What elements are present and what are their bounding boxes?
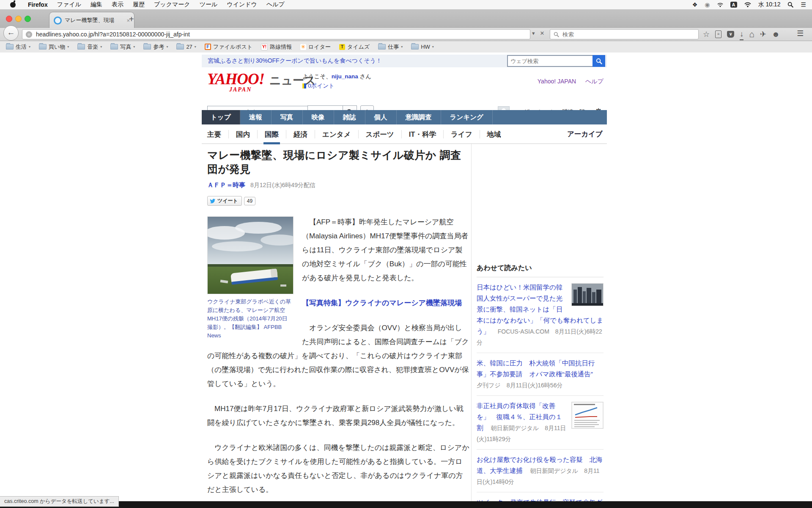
subnav-main[interactable]: 主要 <box>202 130 229 138</box>
yahoo-japan-link[interactable]: Yahoo! JAPAN <box>538 78 576 85</box>
stop-button[interactable]: ✕ <box>540 30 545 36</box>
bookmark-folder[interactable]: 買い物▾ <box>39 43 69 51</box>
input-method-icon[interactable]: A <box>730 2 737 8</box>
menu-firefox[interactable]: Firefox <box>23 1 52 8</box>
menu-hamburger-icon[interactable]: ☰ <box>797 29 804 38</box>
bookmarks-bar: 生活▾ 買い物▾ 音楽▾ 写真▾ 参考▾ 27▾ Fファイルポスト Y!路線情報… <box>0 41 812 53</box>
article-photo-box[interactable]: ウクライナ東部グラボベ近くの草原に横たわる、マレーシア航空MH17便の残骸（20… <box>207 216 293 340</box>
subnav-entertainment[interactable]: エンタメ <box>315 130 359 138</box>
close-window-button[interactable] <box>6 16 12 22</box>
pocket-icon[interactable]: ∨ <box>727 31 734 38</box>
tab-magazine[interactable]: 雑誌 <box>334 110 365 124</box>
bookmark-folder[interactable]: HW▾ <box>411 44 434 50</box>
related-item: 米、韓国に圧力 朴大統領「中国抗日行事」不参加要請 オバマ政権“最後通告” 夕刊… <box>477 353 604 396</box>
home-icon[interactable]: ⌂ <box>749 29 754 40</box>
url-bar[interactable] <box>22 29 530 39</box>
tab-top[interactable]: トップ <box>202 110 240 124</box>
dock-edge <box>0 501 812 508</box>
downloads-icon[interactable]: ↓ <box>740 28 743 40</box>
help-link[interactable]: ヘルプ <box>585 78 604 85</box>
yahoo-logo[interactable]: YAHOO! JAPAN <box>207 72 271 93</box>
menu-history[interactable]: 履歴 <box>128 1 149 8</box>
spotlight-icon[interactable] <box>787 2 793 8</box>
bookmark-folder[interactable]: 音楽▾ <box>77 43 102 51</box>
menubar-clock[interactable]: 水 10:12 <box>758 1 781 8</box>
browser-tab[interactable]: マレー機撃墜、現場にロシ... × <box>49 12 134 28</box>
bookmark-times[interactable]: Tタイムズ <box>339 43 370 51</box>
points-icon <box>302 83 306 88</box>
hello-icon[interactable]: ☻ <box>772 29 780 40</box>
subnav-sports[interactable]: スポーツ <box>359 130 402 138</box>
search-input[interactable] <box>562 31 698 38</box>
article-byline: ＡＦＰ＝時事 8月12日(水)6時49分配信 <box>207 181 469 189</box>
menu-file[interactable]: ファイル <box>52 1 86 8</box>
subnav-economy[interactable]: 経済 <box>286 130 315 138</box>
sidebar: あわせて読みたい 日本はひどい！米国留学の韓国人女性がスーパーで見た光景に衝撃、… <box>477 148 604 508</box>
related-thumbnail-city[interactable] <box>571 283 604 306</box>
wifi-icon[interactable] <box>744 2 751 7</box>
points-link[interactable]: 0ポイント <box>308 83 335 89</box>
column-divider <box>471 144 472 508</box>
tab-favicon <box>54 17 62 25</box>
dropbox-icon[interactable]: ❖ <box>692 1 698 8</box>
username-link[interactable]: niju_nana <box>332 73 358 80</box>
tab-personal[interactable]: 個人 <box>365 110 397 124</box>
urlbar-dropdown-icon[interactable]: ▾ <box>532 30 535 36</box>
subnav-life[interactable]: ライフ <box>444 130 480 138</box>
creative-cloud-icon[interactable]: ◉ <box>705 1 710 8</box>
subnav-it[interactable]: IT・科学 <box>402 130 444 138</box>
share-icon[interactable]: ✈ <box>760 29 766 40</box>
share-row: ツイート 49 <box>207 196 469 206</box>
subnav-international[interactable]: 国際 <box>258 130 286 138</box>
notification-center-icon[interactable]: ☰ <box>801 1 806 8</box>
bookmark-folder[interactable]: 仕事▾ <box>378 43 403 51</box>
menu-window[interactable]: ウインドウ <box>222 1 262 8</box>
related-link[interactable]: 米、韓国に圧力 朴大統領「中国抗日行事」不参加要請 オバマ政権“最後通告” <box>477 359 595 378</box>
menu-help[interactable]: ヘルプ <box>262 1 289 8</box>
reading-list-icon[interactable]: ≡ <box>715 30 721 38</box>
related-heading: あわせて読みたい <box>477 262 604 277</box>
apple-menu-icon[interactable] <box>10 2 16 8</box>
tab-sokuho[interactable]: 速報 <box>240 110 272 124</box>
news-nav-tabs: トップ 速報 写真 映像 雑誌 個人 意識調査 ランキング <box>202 110 607 124</box>
tweet-button[interactable]: ツイート <box>207 196 242 206</box>
bookmark-transit[interactable]: Y!路線情報 <box>261 43 292 51</box>
archive-link[interactable]: アーカイブ <box>567 130 603 139</box>
bookmark-folder[interactable]: 生活▾ <box>6 43 30 51</box>
bookmark-folder[interactable]: 写真▾ <box>110 43 135 51</box>
subnav-domestic[interactable]: 国内 <box>229 130 258 138</box>
menu-view[interactable]: 表示 <box>107 1 128 8</box>
related-item: お化け屋敷でお化け役を殴った容疑 北海道、大学生逮捕 朝日新聞デジタル 8月11… <box>477 450 604 492</box>
url-input[interactable] <box>35 30 530 38</box>
tab-survey[interactable]: 意識調査 <box>397 110 441 124</box>
yahoo-transit-icon: Y! <box>261 44 268 50</box>
new-tab-button[interactable]: + <box>129 14 134 24</box>
zoom-window-button[interactable] <box>25 16 31 22</box>
airport-device-icon[interactable] <box>717 3 723 7</box>
menu-tools[interactable]: ツール <box>195 1 222 8</box>
search-bar[interactable] <box>550 29 699 39</box>
yahoo-header: YAHOO! JAPAN ニュース ようこそ、niju_nana さん 0ポイン… <box>202 69 607 102</box>
minimize-window-button[interactable] <box>15 16 22 22</box>
promo-link[interactable]: 宮城ふるさと割り30%OFFクーポンで旨いもんを食べつくそう！ <box>208 57 382 65</box>
bookmark-filepost[interactable]: Fファイルポスト <box>205 43 252 51</box>
menu-edit[interactable]: 編集 <box>86 1 107 8</box>
back-button[interactable]: ← <box>3 25 19 41</box>
article-photo[interactable] <box>207 216 294 294</box>
tab-video[interactable]: 映像 <box>303 110 334 124</box>
subnav-local[interactable]: 地域 <box>480 130 508 138</box>
tab-ranking[interactable]: ランキング <box>441 110 493 124</box>
bookmark-folder[interactable]: 27▾ <box>176 44 196 50</box>
web-search-input[interactable] <box>507 55 593 67</box>
source-link[interactable]: ＡＦＰ＝時事 <box>207 181 245 188</box>
bookmark-folder[interactable]: 参考▾ <box>143 43 168 51</box>
web-search-button[interactable] <box>593 55 605 67</box>
menu-bookmarks[interactable]: ブックマーク <box>149 1 195 8</box>
promo-strip: 宮城ふるさと割り30%OFFクーポンで旨いもんを食べつくそう！ <box>202 55 607 67</box>
firefox-tabbar: マレー機撃墜、現場にロシ... × + <box>0 9 812 28</box>
bookmark-reuters[interactable]: ✳ロイター <box>300 43 331 51</box>
site-identity-icon[interactable] <box>26 31 32 38</box>
bookmark-star-icon[interactable]: ☆ <box>703 29 710 40</box>
tab-photo[interactable]: 写真 <box>272 110 303 124</box>
related-thumbnail-chart[interactable] <box>571 402 604 429</box>
